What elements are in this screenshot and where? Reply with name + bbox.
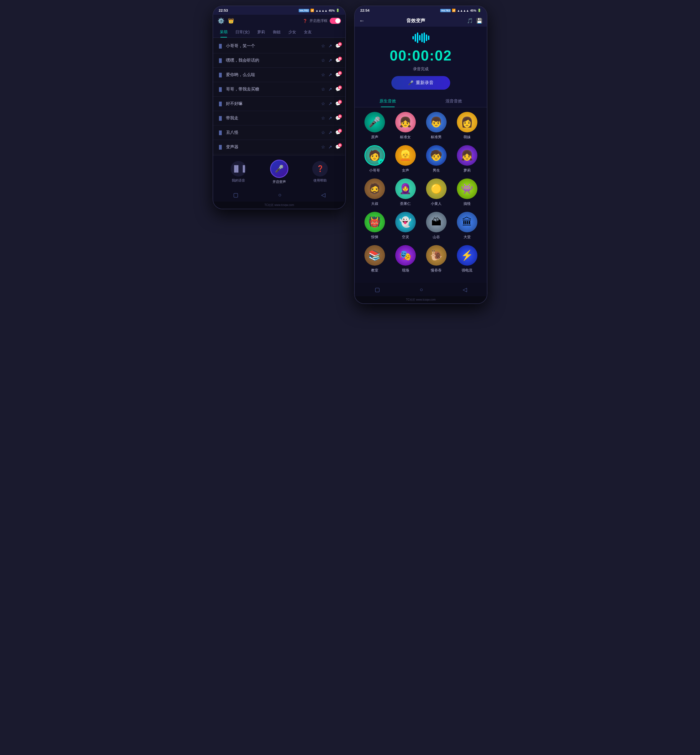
effect-小哥哥[interactable]: 🧑 ✓ 小哥哥 bbox=[364, 145, 385, 173]
new-badge-wrap: 💬 新 bbox=[335, 43, 341, 48]
my-voice-button[interactable]: ▐▌▐ 我的语音 bbox=[231, 161, 246, 183]
star-icon[interactable]: ☆ bbox=[321, 130, 325, 135]
back-button[interactable]: ← bbox=[359, 17, 365, 24]
star-icon[interactable]: ☆ bbox=[321, 43, 325, 48]
export-icon[interactable]: ↗ bbox=[328, 101, 332, 106]
effect-山谷[interactable]: 🏔 山谷 bbox=[426, 212, 447, 239]
gear-icon[interactable]: ⚙️ bbox=[217, 17, 225, 24]
list-item[interactable]: ▐▌ 好不好嘛 ☆ ↗ 💬 新 bbox=[213, 97, 345, 111]
star-icon[interactable]: ☆ bbox=[321, 101, 325, 106]
effect-萌妹[interactable]: 👩 萌妹 bbox=[457, 112, 477, 140]
waveform-icon: ▐▌ bbox=[217, 87, 223, 92]
help-button[interactable]: ❓ 使用帮助 bbox=[312, 161, 328, 183]
new-dot: 新 bbox=[338, 86, 342, 89]
new-badge-wrap: 💬 新 bbox=[335, 116, 341, 121]
crown-icon[interactable]: 👑 bbox=[228, 18, 234, 24]
floating-label: 开启悬浮框 bbox=[309, 18, 328, 23]
new-badge-wrap: 💬 新 bbox=[335, 72, 341, 77]
star-icon[interactable]: ☆ bbox=[321, 72, 325, 77]
tab-少女[interactable]: 少女 bbox=[284, 27, 300, 38]
music-list-icon[interactable]: 🎵 bbox=[467, 18, 473, 24]
list-item[interactable]: ▐▌ 嘿嘿，我会听话的 ☆ ↗ 💬 新 bbox=[213, 53, 345, 68]
effect-大堂[interactable]: 🏛 大堂 bbox=[457, 212, 477, 239]
wifi-icon-2: 📶 bbox=[452, 9, 456, 12]
floating-toggle[interactable] bbox=[330, 18, 341, 24]
timer-display: 00:00:02 bbox=[390, 47, 452, 64]
effect-惊悚[interactable]: 👹 惊悚 bbox=[364, 212, 385, 239]
item-actions: ☆ ↗ 💬 新 bbox=[321, 43, 341, 48]
star-icon[interactable]: ☆ bbox=[321, 116, 325, 121]
wifi-icon-1: 📶 bbox=[310, 9, 314, 12]
tab-萝莉[interactable]: 萝莉 bbox=[253, 27, 269, 38]
phone1-header: ⚙️ 👑 ❓ 开启悬浮框 bbox=[213, 15, 345, 27]
list-item[interactable]: ▐▌ 哥哥，带我去买糖 ☆ ↗ 💬 新 bbox=[213, 82, 345, 97]
effect-avatar-小哥哥: 🧑 ✓ bbox=[364, 145, 385, 166]
export-icon[interactable]: ↗ bbox=[328, 43, 332, 48]
header-left: ⚙️ 👑 bbox=[217, 17, 234, 24]
help-icon[interactable]: ❓ bbox=[303, 19, 307, 23]
effects-row-2: 🧑 ✓ 小哥哥 👱 女声 🧒 男生 👧 bbox=[359, 145, 483, 173]
new-dot: 新 bbox=[338, 100, 342, 104]
star-icon[interactable]: ☆ bbox=[321, 144, 325, 150]
effect-男生[interactable]: 🧒 男生 bbox=[426, 145, 447, 173]
item-actions: ☆ ↗ 💬 新 bbox=[321, 72, 341, 77]
tab-御姐[interactable]: 御姐 bbox=[269, 27, 284, 38]
export-icon[interactable]: ↗ bbox=[328, 72, 332, 77]
list-item[interactable]: ▐▌ 爱你哟，么么哒 ☆ ↗ 💬 新 bbox=[213, 68, 345, 82]
rerecord-button[interactable]: 🎤 重新录音 bbox=[391, 76, 450, 90]
effect-强电流[interactable]: ⚡ 强电流 bbox=[457, 245, 477, 273]
star-icon[interactable]: ☆ bbox=[321, 87, 325, 92]
effect-女声[interactable]: 👱 女声 bbox=[395, 145, 416, 173]
tab-女友[interactable]: 女友 bbox=[300, 27, 316, 38]
tab-呆萌[interactable]: 呆萌 bbox=[216, 27, 231, 38]
item-actions: ☆ ↗ 💬 新 bbox=[321, 130, 341, 135]
effect-avatar-强电流: ⚡ bbox=[457, 245, 477, 266]
start-voice-change-button[interactable]: 🎤 开启变声 bbox=[270, 159, 288, 184]
save-icon[interactable]: 💾 bbox=[476, 18, 483, 24]
effect-萝莉[interactable]: 👧 萝莉 bbox=[457, 145, 477, 173]
new-dot: 新 bbox=[338, 143, 342, 147]
list-item[interactable]: ▐▌ 变声器 ☆ ↗ 💬 新 bbox=[213, 140, 345, 154]
waveform-icon: ▐▌ bbox=[217, 44, 223, 48]
effect-空灵[interactable]: 👻 空灵 bbox=[395, 212, 416, 239]
effect-avatar-现场: 🎭 bbox=[395, 245, 416, 266]
star-icon[interactable]: ☆ bbox=[321, 58, 325, 63]
recording-area: 00:00:02 录音完成 🎤 重新录音 bbox=[355, 27, 487, 95]
new-badge-wrap: 💬 新 bbox=[335, 58, 341, 63]
list-item[interactable]: ▐▌ 带我走 ☆ ↗ 💬 新 bbox=[213, 111, 345, 125]
effect-现场[interactable]: 🎭 现场 bbox=[395, 245, 416, 273]
effect-慢吞吞[interactable]: 🐌 慢吞吞 bbox=[426, 245, 447, 273]
effect-标准女[interactable]: 👧 标准女 bbox=[395, 112, 416, 140]
export-icon[interactable]: ↗ bbox=[328, 87, 332, 92]
nav-triangle-icon-2[interactable]: ◁ bbox=[462, 286, 467, 293]
tab-日常女[interactable]: 日常(女) bbox=[231, 27, 253, 38]
export-icon[interactable]: ↗ bbox=[328, 58, 332, 63]
item-actions: ☆ ↗ 💬 新 bbox=[321, 58, 341, 63]
effect-搞怪[interactable]: 👾 搞怪 bbox=[457, 178, 477, 206]
effect-原声[interactable]: 🎤 原声 bbox=[364, 112, 385, 140]
effect-教室[interactable]: 📚 教室 bbox=[364, 245, 385, 273]
export-icon[interactable]: ↗ bbox=[328, 116, 332, 121]
nav-circle-icon-2[interactable]: ○ bbox=[420, 286, 423, 293]
effect-avatar-标准女: 👧 bbox=[395, 112, 416, 133]
waveform-icon: ▐▌ bbox=[217, 145, 223, 149]
time-1: 22:53 bbox=[219, 8, 228, 13]
effect-avatar-男生: 🧒 bbox=[426, 145, 447, 166]
list-item[interactable]: ▐▌ 小哥哥，笑一个 ☆ ↗ 💬 新 bbox=[213, 39, 345, 53]
nav-square-icon[interactable]: ▢ bbox=[233, 192, 238, 198]
effect-avatar-女声: 👱 bbox=[395, 145, 416, 166]
nav-square-icon-2[interactable]: ▢ bbox=[375, 286, 380, 293]
effect-标准男[interactable]: 👦 标准男 bbox=[426, 112, 447, 140]
effect-avatar-小黄人: 🟡 bbox=[426, 178, 447, 199]
export-icon[interactable]: ↗ bbox=[328, 144, 332, 150]
effect-大叔[interactable]: 🧔 大叔 bbox=[364, 178, 385, 206]
effect-小黄人[interactable]: 🟡 小黄人 bbox=[426, 178, 447, 206]
list-item[interactable]: ▐▌ 丑八怪 ☆ ↗ 💬 新 bbox=[213, 125, 345, 140]
nav-circle-icon[interactable]: ○ bbox=[278, 192, 281, 198]
tab-mixed-effects[interactable]: 混音音效 bbox=[421, 95, 487, 107]
export-icon[interactable]: ↗ bbox=[328, 130, 332, 135]
tab-native-effects[interactable]: 原生音效 bbox=[355, 95, 421, 107]
effect-歪果仁[interactable]: 🧕 歪果仁 bbox=[395, 178, 416, 206]
sound-wave bbox=[412, 32, 430, 43]
nav-triangle-icon[interactable]: ◁ bbox=[321, 192, 325, 198]
